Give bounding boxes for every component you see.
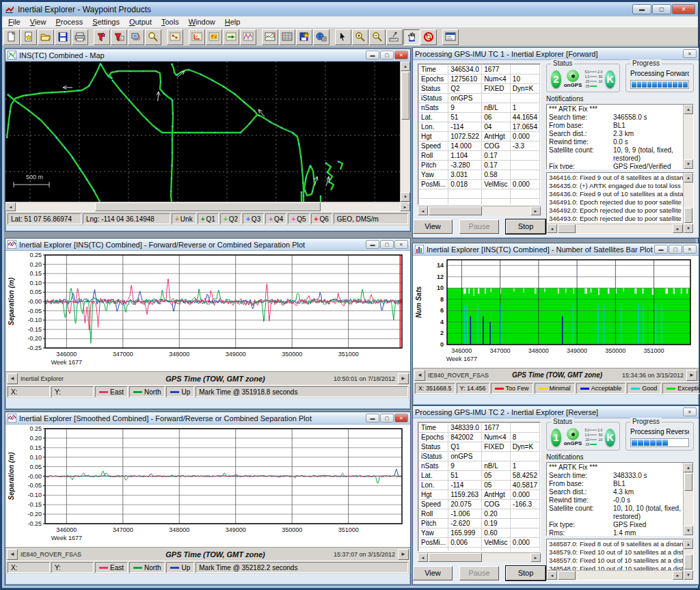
map-window-title-bar[interactable]: INS(TC) Combined - Map ▬ ▢ ✕ — [5, 49, 410, 62]
scroll-up-icon[interactable]: ▲ — [684, 463, 693, 472]
map-minimize-button[interactable]: ▬ — [366, 51, 379, 59]
maximize-button[interactable]: ▢ — [652, 4, 671, 14]
measure-button[interactable] — [386, 29, 403, 45]
pan-button[interactable] — [403, 29, 420, 45]
scroll-right-icon[interactable]: ► — [673, 224, 683, 233]
tc1-close-button[interactable]: ✕ — [683, 49, 697, 58]
sep2-minimize-button[interactable]: ▬ — [366, 414, 379, 423]
sep1-prev-button[interactable]: ◄ — [7, 373, 18, 384]
save-button[interactable] — [55, 29, 71, 45]
tc2-log-scrollbar[interactable]: ▲ ▼ — [683, 539, 693, 580]
scroll-left-icon[interactable]: ◄ — [5, 202, 16, 211]
tc2-pause-button[interactable]: Pause — [459, 566, 499, 580]
menu-window[interactable]: Window — [184, 17, 220, 27]
tc2-solution-table[interactable]: Time348339.01677Epochs842002Num<48Status… — [418, 422, 541, 552]
tc1-notif-scrollbar[interactable]: ▲ ▼ — [683, 105, 693, 169]
scroll-up-icon[interactable]: ▲ — [401, 62, 410, 71]
scroll-left-icon[interactable]: ◄ — [418, 553, 428, 562]
results-map-button[interactable] — [279, 29, 295, 45]
process-sessions-button[interactable] — [167, 29, 183, 45]
sep1-maximize-button[interactable]: ▢ — [380, 240, 394, 249]
sat-title-bar[interactable]: Inertial Explorer [INS(TC) Combined] - N… — [413, 243, 699, 256]
map-canvas[interactable]: 500 m — [5, 62, 400, 202]
scroll-right-icon[interactable]: ► — [400, 202, 410, 211]
download-button[interactable] — [128, 29, 144, 45]
scroll-right-icon[interactable]: ► — [530, 553, 541, 562]
sep1-next-button[interactable]: ► — [398, 373, 409, 384]
convert-gnss-button[interactable] — [94, 29, 110, 45]
new-project-button[interactable] — [21, 29, 37, 45]
sat-close-button[interactable]: ✕ — [683, 245, 697, 254]
tc2-notifications-box[interactable]: *** ARTK Fix ***Search time:348333.0 sFr… — [546, 462, 694, 536]
close-button[interactable]: ✕ — [672, 4, 695, 14]
scroll-left-icon[interactable]: ◄ — [418, 206, 428, 215]
menu-process[interactable]: Process — [51, 17, 88, 27]
zoom-in-button[interactable] — [352, 29, 368, 45]
new-button[interactable] — [3, 29, 20, 45]
tc1-log-scrollbar[interactable]: ▲ ▼ — [683, 173, 693, 233]
sep1-close-button[interactable]: ✕ — [394, 240, 408, 249]
tc1-title-bar[interactable]: Processing GPS-IMU TC 1 - Inertial Explo… — [413, 48, 699, 60]
sep2-title-bar[interactable]: Inertial Explorer [Smoothed Combined] - … — [5, 412, 410, 425]
process-tc-button[interactable] — [223, 29, 239, 45]
select-button[interactable] — [335, 29, 351, 45]
sep2-prev-button[interactable]: ◄ — [7, 549, 18, 560]
sep1-chart[interactable]: 0.250.200.150.100.05-0.00-0.05-0.10-0.15… — [5, 251, 410, 368]
view-raw-button[interactable] — [145, 29, 161, 45]
tc2-log-box[interactable]: 348587.0: Fixed 8 out of 9 satellites at… — [546, 539, 694, 580]
print-button[interactable] — [72, 29, 88, 45]
tc2-close-button[interactable]: ✕ — [683, 407, 697, 416]
sep2-chart[interactable]: 0.250.200.150.100.05-0.00-0.05-0.10-0.15… — [5, 425, 410, 544]
tc1-pause-button[interactable]: Pause — [459, 219, 499, 234]
menu-help[interactable]: Help — [220, 17, 245, 27]
convert-imu-button[interactable]: n — [111, 29, 127, 45]
tc1-table-hscroll[interactable]: ◄ ► — [418, 206, 541, 215]
sep1-minimize-button[interactable]: ▬ — [366, 240, 379, 249]
menu-output[interactable]: Output — [124, 17, 157, 27]
tc1-log-box[interactable]: 346416.0: Fixed 9 out of 8 satellites at… — [546, 172, 694, 234]
scroll-up-icon[interactable]: ▲ — [684, 173, 693, 183]
zoom-out-button[interactable] — [369, 29, 386, 45]
sep1-title-bar[interactable]: Inertial Explorer [INS(TC) Combined] - F… — [5, 239, 410, 251]
map-close-button[interactable]: ✕ — [394, 51, 408, 59]
process-plots-button[interactable] — [240, 29, 256, 45]
tc2-table-hscroll[interactable]: ◄ ► — [418, 552, 541, 562]
window-layout-button[interactable] — [442, 29, 459, 45]
map-vertical-scrollbar[interactable]: ▲ ▼ — [400, 62, 410, 202]
sep2-maximize-button[interactable]: ▢ — [380, 414, 394, 423]
scroll-down-icon[interactable]: ▼ — [401, 192, 410, 202]
sep2-close-button[interactable]: ✕ — [394, 414, 408, 423]
tc2-title-bar[interactable]: Processing GPS-IMU TC 2 - Inertial Explo… — [413, 406, 699, 418]
sat-prev-button[interactable]: ◄ — [414, 370, 425, 381]
scroll-right-icon[interactable]: ► — [673, 571, 683, 580]
tc2-view-button[interactable]: View — [413, 566, 453, 580]
minimize-button[interactable]: ▬ — [632, 4, 651, 14]
process-gnss-button[interactable] — [189, 29, 205, 45]
menu-settings[interactable]: Settings — [88, 17, 124, 27]
scroll-up-icon[interactable]: ▲ — [684, 105, 693, 114]
sep2-next-button[interactable]: ► — [398, 549, 409, 560]
results-plot-button[interactable] — [262, 29, 278, 45]
tc2-notif-scrollbar[interactable]: ▲ ▼ — [683, 463, 693, 535]
sat-minimize-button[interactable]: ▬ — [654, 245, 668, 254]
sat-next-button[interactable]: ► — [686, 370, 697, 381]
sat-chart[interactable]: 0246810121434600034700034800034900035000… — [413, 256, 699, 365]
tc1-stop-button[interactable]: Stop — [506, 219, 546, 234]
scroll-left-icon[interactable]: ◄ — [547, 224, 557, 233]
scroll-down-icon[interactable]: ▼ — [684, 526, 693, 535]
tc1-log-hscroll[interactable]: ◄ ► — [547, 224, 683, 233]
tc1-view-button[interactable]: View — [413, 219, 453, 234]
scroll-right-icon[interactable]: ► — [530, 206, 541, 215]
open-button[interactable] — [38, 29, 54, 45]
tc1-solution-table[interactable]: Time346534.01677Epochs1275610Num<410Stat… — [418, 64, 541, 205]
scroll-left-icon[interactable]: ◄ — [547, 571, 557, 580]
main-title-bar[interactable]: Inertial Explorer - Waypoint Products ▬ … — [2, 2, 698, 16]
scroll-down-icon[interactable]: ▼ — [684, 224, 693, 233]
process-loosely-button[interactable] — [206, 29, 222, 45]
scroll-down-icon[interactable]: ▼ — [684, 159, 693, 169]
zoom-reset-button[interactable] — [420, 29, 437, 45]
tc2-stop-button[interactable]: Stop — [506, 566, 546, 580]
map-horizontal-scrollbar[interactable]: ◄ ► — [5, 202, 410, 211]
scroll-up-icon[interactable]: ▲ — [684, 539, 693, 549]
menu-file[interactable]: File — [3, 17, 25, 27]
